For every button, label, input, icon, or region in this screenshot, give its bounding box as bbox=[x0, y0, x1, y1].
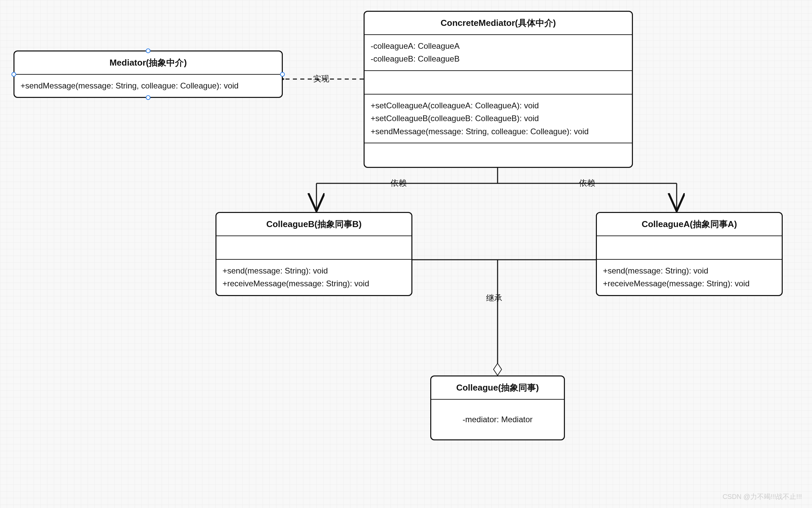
class-title: ColleagueB(抽象同事B) bbox=[216, 213, 411, 236]
method-item: +send(message: String): void bbox=[603, 264, 776, 277]
class-colleague-a[interactable]: ColleagueA(抽象同事A) +send(message: String)… bbox=[596, 212, 783, 296]
class-title: ColleagueA(抽象同事A) bbox=[597, 213, 782, 236]
class-empty-section bbox=[365, 143, 632, 167]
method-item: +setColleagueB(colleagueB: ColleagueB): … bbox=[371, 112, 626, 125]
method-item: +sendMessage(message: String, colleague:… bbox=[21, 79, 276, 92]
class-methods: +send(message: String): void +receiveMes… bbox=[216, 260, 411, 295]
resize-handle-right[interactable] bbox=[280, 72, 285, 77]
class-attributes: -colleagueA: ColleagueA -colleagueB: Col… bbox=[365, 35, 632, 71]
method-item: +setColleagueA(colleagueA: ColleagueA): … bbox=[371, 99, 626, 112]
class-colleague[interactable]: Colleague(抽象同事) -mediator: Mediator bbox=[430, 375, 565, 440]
resize-handle-left[interactable] bbox=[11, 72, 16, 77]
class-title: Mediator(抽象中介) bbox=[14, 51, 282, 75]
class-attributes: -mediator: Mediator bbox=[431, 400, 564, 439]
attribute-item: -colleagueA: ColleagueA bbox=[371, 40, 626, 52]
class-colleague-b[interactable]: ColleagueB(抽象同事B) +send(message: String)… bbox=[215, 212, 412, 296]
relation-label-dependency: 依赖 bbox=[391, 178, 407, 188]
relation-label-inheritance: 继承 bbox=[486, 293, 502, 303]
watermark-text: CSDN @力不竭!!!战不止!!! bbox=[722, 492, 802, 501]
relation-label-dependency: 依赖 bbox=[579, 178, 595, 188]
class-mediator[interactable]: Mediator(抽象中介) +sendMessage(message: Str… bbox=[13, 50, 283, 98]
method-item: +send(message: String): void bbox=[223, 264, 405, 277]
class-empty-section bbox=[597, 236, 782, 260]
class-methods: +send(message: String): void +receiveMes… bbox=[597, 260, 782, 295]
method-item: +receiveMessage(message: String): void bbox=[223, 277, 405, 290]
resize-handle-top[interactable] bbox=[146, 48, 150, 53]
method-item: +sendMessage(message: String, colleague:… bbox=[371, 125, 626, 138]
resize-handle-bottom[interactable] bbox=[146, 95, 150, 100]
method-item: +receiveMessage(message: String): void bbox=[603, 277, 776, 290]
class-methods: +setColleagueA(colleagueA: ColleagueA): … bbox=[365, 95, 632, 143]
class-empty-section bbox=[365, 71, 632, 95]
attribute-item: -colleagueB: ColleagueB bbox=[371, 52, 626, 65]
class-title: ConcreteMediator(具体中介) bbox=[365, 12, 632, 35]
relation-label-realization: 实现 bbox=[313, 73, 329, 84]
class-concrete-mediator[interactable]: ConcreteMediator(具体中介) -colleagueA: Coll… bbox=[364, 11, 633, 168]
class-title: Colleague(抽象同事) bbox=[431, 376, 564, 400]
class-methods: +sendMessage(message: String, colleague:… bbox=[14, 75, 282, 97]
class-empty-section bbox=[216, 236, 411, 260]
attribute-item: -mediator: Mediator bbox=[437, 413, 558, 426]
